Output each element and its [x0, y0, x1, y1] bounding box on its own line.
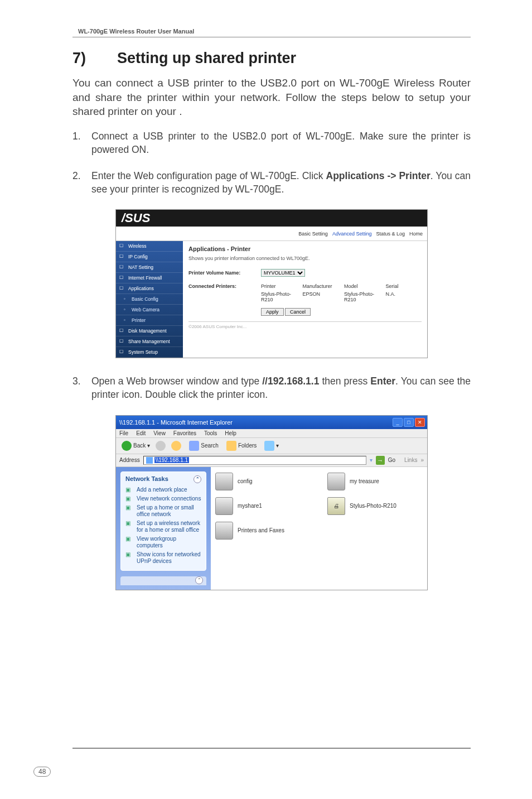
- sidebar: Wireless IP Config NAT Setting Internet …: [116, 241, 183, 358]
- col-serial: Serial: [386, 283, 422, 289]
- menu-view[interactable]: View: [153, 430, 166, 436]
- col-manufacturer: Manufacturer: [303, 283, 339, 289]
- page-title: 7)Setting up shared printer: [72, 50, 471, 67]
- icon-pane: config my treasure myshare1 🖨Stylus-Phot…: [211, 467, 427, 590]
- side-firewall[interactable]: Internet Firewall: [116, 273, 183, 283]
- side-printer[interactable]: Printer: [116, 315, 183, 326]
- footer-rule: [72, 748, 471, 749]
- title-text: Setting up shared printer: [117, 50, 296, 66]
- step-1: Connect a USB printer to the USB2.0 port…: [72, 130, 471, 156]
- step3-bold-key: Enter: [370, 376, 395, 387]
- side-share[interactable]: Share Management: [116, 336, 183, 347]
- folders-button[interactable]: Folders: [224, 440, 259, 452]
- doc-header: WL-700gE Wireless Router User Manual: [72, 28, 471, 37]
- go-label: Go: [388, 457, 395, 463]
- side-basic-config[interactable]: Basic Config: [116, 294, 183, 305]
- col-model: Model: [344, 283, 380, 289]
- screenshot-router-config: /SUS Basic Setting Advanced Setting Stat…: [115, 209, 428, 358]
- menu-bar: File Edit View Favorites Tools Help: [116, 429, 427, 438]
- apply-button[interactable]: Apply: [261, 308, 284, 316]
- folder-up-icon: [171, 441, 181, 451]
- forward-icon[interactable]: [156, 441, 166, 451]
- step2-bold: Applications -> Printer: [326, 170, 431, 181]
- back-icon: [122, 441, 132, 451]
- panel-heading: Applications - Printer: [188, 246, 422, 252]
- nav-home[interactable]: Home: [409, 231, 423, 237]
- window-title: \\192.168.1.1 - Microsoft Internet Explo…: [119, 419, 233, 426]
- volume-label: Printer Volume Name:: [188, 270, 255, 276]
- step-3: Open a Web browser window and type //192…: [72, 375, 471, 401]
- links-label[interactable]: Links: [404, 457, 417, 463]
- menu-edit[interactable]: Edit: [136, 430, 146, 436]
- panel-desc: Shows you printer information connected …: [188, 256, 422, 261]
- task-view-workgroup[interactable]: View workgroup computers: [125, 536, 201, 549]
- nav-advanced[interactable]: Advanced Setting: [332, 231, 372, 237]
- menu-tools[interactable]: Tools: [204, 430, 217, 436]
- nav-status[interactable]: Status & Log: [376, 231, 405, 237]
- side-wireless[interactable]: Wireless: [116, 241, 183, 252]
- address-field[interactable]: \\192.168.1.1: [143, 456, 366, 465]
- search-button[interactable]: Search: [187, 440, 221, 452]
- back-button[interactable]: Back ▾: [119, 440, 152, 452]
- maximize-icon[interactable]: □: [404, 418, 414, 427]
- cell-manufacturer: EPSON: [303, 291, 339, 302]
- other-places-panel[interactable]: ⌃: [120, 576, 206, 585]
- task-view-conn[interactable]: View network connections: [125, 495, 201, 502]
- screenshot-explorer: \\192.168.1.1 - Microsoft Internet Explo…: [115, 415, 428, 590]
- title-number: 7): [72, 50, 117, 67]
- share-icon: [215, 497, 233, 515]
- panel-title: Network Tasks: [125, 475, 168, 483]
- share-icon: [327, 473, 345, 490]
- volume-select[interactable]: MYVOLUME1: [261, 269, 305, 277]
- cell-model: Stylus-Photo-R210: [344, 291, 380, 302]
- steps-list-cont: Open a Web browser window and type //192…: [72, 375, 471, 401]
- collapse-icon[interactable]: ⌃: [194, 475, 201, 483]
- cancel-button[interactable]: Cancel: [285, 308, 311, 316]
- step-2: Enter the Web configuration page of WL-7…: [72, 170, 471, 196]
- menu-favorites[interactable]: Favorites: [173, 430, 196, 436]
- intro-paragraph: You can connect a USB printer to the USB…: [72, 76, 471, 119]
- address-label: Address: [119, 457, 140, 463]
- share-mytreasure[interactable]: my treasure: [327, 473, 423, 490]
- go-button[interactable]: →: [376, 456, 385, 465]
- search-icon: [189, 441, 199, 451]
- computer-icon: [146, 457, 153, 464]
- network-tasks-panel: Network Tasks ⌃ Add a network place View…: [120, 471, 206, 571]
- printer-stylus[interactable]: 🖨Stylus-Photo-R210: [327, 497, 423, 515]
- cell-serial: N.A.: [386, 291, 422, 302]
- task-add-place[interactable]: Add a network place: [125, 487, 201, 493]
- address-value: \\192.168.1.1: [154, 457, 189, 463]
- share-config[interactable]: config: [215, 473, 311, 490]
- up-button[interactable]: [169, 440, 183, 452]
- task-setup-home[interactable]: Set up a home or small office network: [125, 504, 201, 518]
- cell-printer: Stylus-Photo-R210: [261, 291, 297, 302]
- side-disk[interactable]: Disk Management: [116, 326, 183, 336]
- menu-file[interactable]: File: [119, 430, 128, 436]
- side-pane: Network Tasks ⌃ Add a network place View…: [116, 467, 211, 590]
- asus-logo: /SUS: [116, 210, 427, 227]
- task-show-upnp[interactable]: Show icons for networked UPnP devices: [125, 551, 201, 565]
- side-ipconfig[interactable]: IP Config: [116, 252, 183, 262]
- page-number: 48: [33, 767, 51, 777]
- side-nat[interactable]: NAT Setting: [116, 262, 183, 273]
- minimize-icon[interactable]: _: [393, 418, 403, 427]
- task-setup-wireless[interactable]: Set up a wireless network for a home or …: [125, 520, 201, 533]
- printer-icon: 🖨: [327, 497, 345, 515]
- side-applications[interactable]: Applications: [116, 283, 183, 294]
- share-myshare1[interactable]: myshare1: [215, 497, 311, 515]
- printers-folder-icon: [215, 522, 233, 540]
- side-webcam[interactable]: Web Camera: [116, 305, 183, 315]
- side-system[interactable]: System Setup: [116, 347, 183, 358]
- printers-faxes[interactable]: Printers and Faxes: [215, 522, 311, 540]
- nav-basic[interactable]: Basic Setting: [298, 231, 328, 237]
- connected-label: Connected Printers:: [188, 283, 255, 289]
- steps-list: Connect a USB printer to the USB2.0 port…: [72, 130, 471, 196]
- share-icon: [215, 473, 233, 490]
- close-icon[interactable]: ✕: [415, 418, 425, 427]
- copyright: ©2006 ASUS Computer Inc...: [188, 321, 422, 329]
- menu-help[interactable]: Help: [225, 430, 236, 436]
- address-bar: Address \\192.168.1.1 ▾ → Go Links »: [116, 454, 427, 467]
- views-icon: [264, 441, 274, 451]
- views-button[interactable]: ▾: [262, 440, 281, 452]
- page-footer: 48: [33, 767, 51, 777]
